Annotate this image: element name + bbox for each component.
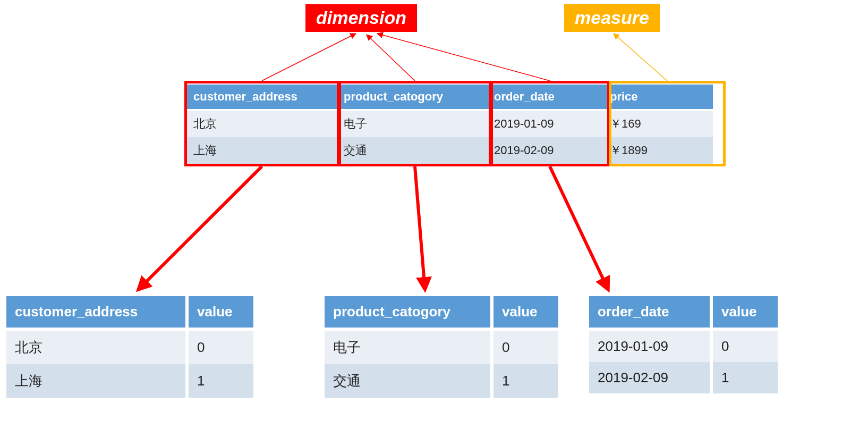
svg-line-6 bbox=[550, 166, 608, 290]
cell: 上海 bbox=[6, 364, 189, 398]
cell: 0 bbox=[493, 331, 558, 364]
cell: 交通 bbox=[336, 137, 487, 164]
svg-line-3 bbox=[614, 33, 667, 81]
col-customer-address: customer_address bbox=[186, 85, 336, 111]
col-order-date: order_date bbox=[487, 85, 602, 111]
cell: 北京 bbox=[6, 331, 189, 364]
table-row: 2019-02-09 1 bbox=[589, 362, 778, 393]
table-row: 交通 1 bbox=[325, 364, 558, 398]
cell: 北京 bbox=[186, 111, 336, 137]
cell: ￥1899 bbox=[602, 137, 713, 164]
col-header: value bbox=[189, 296, 253, 331]
measure-label: measure bbox=[564, 4, 660, 32]
cell: 1 bbox=[189, 364, 253, 398]
svg-line-4 bbox=[138, 166, 262, 290]
cell: 2019-01-09 bbox=[487, 111, 602, 137]
cell: 2019-02-09 bbox=[487, 137, 602, 164]
cell: 2019-02-09 bbox=[589, 362, 713, 393]
cell: 1 bbox=[493, 364, 558, 398]
dimension-table-order-date: order_date value 2019-01-09 0 2019-02-09… bbox=[589, 296, 778, 393]
table-row: 北京 0 bbox=[6, 331, 253, 364]
table-row: 上海 交通 2019-02-09 ￥1899 bbox=[186, 137, 713, 164]
table-row: 上海 1 bbox=[6, 364, 253, 398]
table-row: 电子 0 bbox=[325, 331, 558, 364]
col-header: value bbox=[493, 296, 558, 331]
cell: 交通 bbox=[325, 364, 493, 398]
col-header: order_date bbox=[589, 296, 713, 331]
svg-line-5 bbox=[415, 166, 425, 290]
dimension-label: dimension bbox=[305, 4, 417, 32]
cell: 2019-01-09 bbox=[589, 331, 713, 362]
col-header: product_catogory bbox=[325, 296, 493, 331]
table-row: 2019-01-09 0 bbox=[589, 331, 778, 362]
col-product-category: product_catogory bbox=[336, 85, 487, 111]
col-header: value bbox=[713, 296, 778, 331]
col-price: price bbox=[602, 85, 713, 111]
table-row: 北京 电子 2019-01-09 ￥169 bbox=[186, 111, 713, 137]
col-header: customer_address bbox=[6, 296, 189, 331]
cell: 1 bbox=[713, 362, 778, 393]
cell: 0 bbox=[189, 331, 253, 364]
main-table: customer_address product_catogory order_… bbox=[186, 85, 713, 164]
cell: 电子 bbox=[325, 331, 493, 364]
cell: 电子 bbox=[336, 111, 487, 137]
svg-line-0 bbox=[262, 33, 356, 81]
cell: 0 bbox=[713, 331, 778, 362]
dimension-table-customer-address: customer_address value 北京 0 上海 1 bbox=[6, 296, 253, 398]
dimension-table-product-category: product_catogory value 电子 0 交通 1 bbox=[325, 296, 558, 398]
svg-line-1 bbox=[367, 35, 415, 81]
table-header-row: customer_address product_catogory order_… bbox=[186, 85, 713, 111]
cell: ￥169 bbox=[602, 111, 713, 137]
cell: 上海 bbox=[186, 137, 336, 164]
svg-line-2 bbox=[377, 33, 550, 81]
